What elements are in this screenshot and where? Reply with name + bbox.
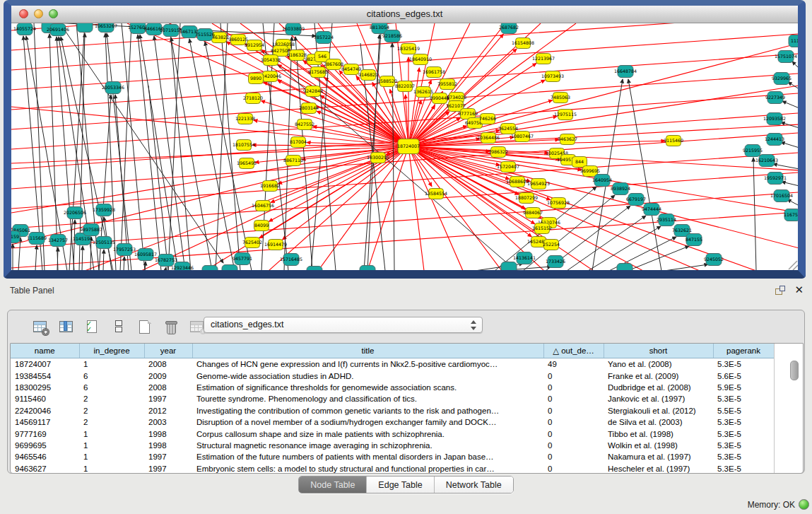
table-cell[interactable]: Wolkin et al. (1998) — [604, 440, 713, 451]
table-cell[interactable]: Disruption of a novel member of a sodium… — [192, 416, 543, 428]
table-cell[interactable]: Corpus callosum shape and size in male p… — [192, 428, 543, 439]
table-cell[interactable]: 9463627 — [11, 463, 79, 474]
table-row[interactable]: 911546021997Tourette syndrome. Phenomeno… — [11, 393, 774, 404]
table-cell[interactable]: 2008 — [144, 382, 192, 393]
table-cell[interactable]: 2008 — [144, 358, 192, 370]
table-cell[interactable]: 14569117 — [11, 416, 79, 428]
float-panel-icon[interactable] — [775, 286, 785, 295]
table-cell[interactable]: 1 — [79, 440, 144, 451]
table-cell[interactable]: 5.9E-5 — [713, 382, 774, 393]
table-selector-dropdown[interactable]: citations_edges.txt — [204, 317, 483, 333]
table-cell[interactable]: 22420046 — [11, 405, 79, 416]
table-cell[interactable]: 1998 — [144, 428, 192, 439]
table-row[interactable]: 1938455462009Genome-wide association stu… — [11, 370, 774, 381]
tab-edge-table[interactable]: Edge Table — [367, 477, 434, 493]
table-cell[interactable]: 9699695 — [11, 440, 79, 451]
column-header-out_de[interactable]: △ out_de… — [543, 344, 604, 358]
table-cell[interactable]: 9115460 — [11, 393, 79, 404]
table-cell[interactable]: Stergiakouli et al. (2012) — [604, 405, 713, 416]
table-cell[interactable]: Hescheler et al. (1997) — [604, 463, 713, 474]
table-cell[interactable]: 1997 — [144, 451, 192, 462]
table-cell[interactable]: de Silva et al. (2003) — [604, 416, 713, 428]
table-cell[interactable]: Tourette syndrome. Phenomenology and cla… — [192, 393, 543, 404]
delete-rows-icon[interactable] — [163, 318, 180, 335]
column-header-short[interactable]: short — [604, 344, 713, 358]
table-cell[interactable]: Franke et al. (2009) — [604, 370, 713, 381]
table-cell[interactable]: 0 — [543, 428, 604, 439]
table-cell[interactable]: Changes of HCN gene expression and I(f) … — [192, 358, 543, 370]
table-cell[interactable]: 19384554 — [11, 370, 79, 381]
table-row[interactable]: 1830029562008Estimation of significance … — [11, 382, 774, 393]
table-row[interactable]: 977716911998Corpus callosum shape and si… — [11, 428, 774, 439]
table-cell[interactable]: Genome-wide association studies in ADHD. — [192, 370, 543, 381]
table-cell[interactable]: Structural magnetic resonance image aver… — [192, 440, 543, 451]
table-cell[interactable]: 2 — [79, 393, 144, 404]
table-cell[interactable]: Investigating the contribution of common… — [192, 405, 543, 416]
table-row[interactable]: 1456911722003Disruption of a novel membe… — [11, 416, 774, 428]
table-cell[interactable]: Tibbo et al. (1998) — [604, 428, 713, 439]
table-cell[interactable]: 2003 — [144, 416, 192, 428]
table-row[interactable]: 946554611997Estimation of the future num… — [11, 451, 774, 462]
table-cell[interactable]: 18724007 — [11, 358, 79, 370]
table-cell[interactable]: 0 — [543, 382, 604, 393]
table-row[interactable]: 946362711997Embryonic stem cells: a mode… — [11, 463, 774, 474]
table-cell[interactable]: 0 — [543, 440, 604, 451]
table-cell[interactable]: Estimation of the future numbers of pati… — [192, 451, 543, 462]
close-panel-icon[interactable]: ✕ — [794, 284, 804, 296]
table-cell[interactable]: 0 — [543, 405, 604, 416]
table-cell[interactable]: Nakamura et al. (1997) — [604, 451, 713, 462]
table-cell[interactable]: 49 — [543, 358, 604, 370]
table-cell[interactable]: 5.3E-5 — [713, 416, 774, 428]
table-cell[interactable]: 0 — [543, 463, 604, 474]
table-cell[interactable]: 5.3E-5 — [713, 393, 774, 404]
citation-network-graph[interactable]: 7463822986012589129541822605884275081054… — [11, 23, 798, 270]
table-cell[interactable]: 2012 — [144, 405, 192, 416]
column-header-in_degree[interactable]: in_degree — [79, 344, 144, 358]
node-table[interactable]: namein_degreeyeartitle△ out_de…shortpage… — [10, 343, 804, 474]
new-table-icon[interactable] — [136, 318, 153, 335]
table-row[interactable]: 1872400712008Changes of HCN gene express… — [11, 358, 774, 370]
network-view-window[interactable]: citations_edges.txt 74638229860125891295… — [4, 0, 806, 279]
network-canvas[interactable]: 7463822986012589129541822605884275081054… — [11, 23, 798, 270]
table-cell[interactable]: Dudbridge et al. (2008) — [604, 382, 713, 393]
window-titlebar[interactable]: citations_edges.txt — [11, 6, 798, 23]
table-cell[interactable]: 2009 — [144, 370, 192, 381]
table-cell[interactable]: 5.3E-5 — [713, 451, 774, 462]
table-cell[interactable]: 1997 — [144, 393, 192, 404]
table-settings-icon[interactable] — [32, 318, 49, 335]
table-cell[interactable]: 1 — [79, 358, 144, 370]
table-row[interactable]: 2242004622012Investigating the contribut… — [11, 405, 774, 416]
table-cell[interactable]: 9777169 — [11, 428, 79, 439]
table-cell[interactable]: Yano et al. (2008) — [604, 358, 713, 370]
select-rows-icon[interactable]: ✓✓ — [84, 318, 101, 335]
table-cell[interactable]: 1 — [79, 463, 144, 474]
table-cell[interactable]: 0 — [543, 416, 604, 428]
table-cell[interactable]: 2 — [79, 405, 144, 416]
table-cell[interactable]: 0 — [543, 451, 604, 462]
table-cell[interactable]: 1 — [79, 428, 144, 439]
column-header-pagerank[interactable]: pagerank — [713, 344, 774, 358]
table-cell[interactable]: Estimation of significance thresholds fo… — [192, 382, 543, 393]
table-cell[interactable]: 5.3E-5 — [713, 440, 774, 451]
column-header-name[interactable]: name — [11, 344, 79, 358]
table-cell[interactable]: 6 — [79, 370, 144, 381]
column-header-year[interactable]: year — [144, 344, 192, 358]
table-cell[interactable]: 5.3E-5 — [713, 428, 774, 439]
table-cell[interactable]: Jankovic et al. (1997) — [604, 393, 713, 404]
table-cell[interactable]: 5.5E-5 — [713, 405, 774, 416]
tab-node-table[interactable]: Node Table — [299, 477, 367, 493]
table-cell[interactable]: 9465546 — [11, 451, 79, 462]
table-cell[interactable]: 1997 — [144, 463, 192, 474]
show-column-icon[interactable] — [58, 318, 75, 335]
table-cell[interactable]: 5.6E-5 — [713, 370, 774, 381]
merge-tables-icon[interactable] — [110, 318, 127, 335]
tab-network-table[interactable]: Network Table — [435, 477, 513, 493]
table-cell[interactable]: 2 — [79, 416, 144, 428]
table-cell[interactable]: 6 — [79, 382, 144, 393]
vertical-scrollbar-thumb[interactable] — [790, 361, 799, 380]
table-cell[interactable]: Embryonic stem cells: a model to study s… — [192, 463, 543, 474]
table-cell[interactable]: 5.3E-5 — [713, 463, 774, 474]
column-header-title[interactable]: title — [192, 344, 543, 358]
table-cell[interactable]: 1 — [79, 451, 144, 462]
table-cell[interactable]: 0 — [543, 370, 604, 381]
